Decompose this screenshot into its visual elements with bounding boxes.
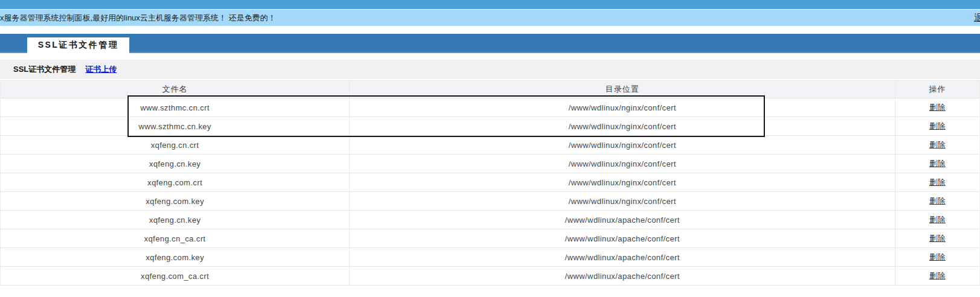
cell-filename: xqfeng.com.crt <box>1 173 350 191</box>
tab-label: SSL证书文件管理 <box>38 40 119 51</box>
cert-upload-link[interactable]: 证书上传 <box>85 64 117 75</box>
top-title-bar <box>0 0 980 9</box>
cell-directory: /www/wdlinux/nginx/conf/cert <box>350 173 895 191</box>
table-row: xqfeng.com.key/www/wdlinux/apache/conf/c… <box>1 248 979 267</box>
cell-action: 删除 <box>895 248 979 266</box>
cell-directory: /www/wdlinux/apache/conf/cert <box>350 211 895 229</box>
table-row: xqfeng.com.crt/www/wdlinux/nginx/conf/ce… <box>1 173 979 192</box>
cell-filename: xqfeng.com_ca.crt <box>1 267 350 285</box>
cell-directory: /www/wdlinux/nginx/conf/cert <box>350 155 895 173</box>
table-row: www.szthmc.cn.crt/www/wdlinux/nginx/conf… <box>1 98 979 117</box>
delete-link[interactable]: 删除 <box>929 158 946 169</box>
section-header-bar: SSL证书文件管理 <box>0 34 980 53</box>
cell-action: 删除 <box>895 136 979 154</box>
cell-directory: /www/wdlinux/nginx/conf/cert <box>350 192 895 210</box>
table-header-row: 文件名 目录位置 操作 <box>1 81 979 98</box>
delete-link[interactable]: 删除 <box>929 121 946 132</box>
cell-filename: xqfeng.com.key <box>1 192 350 210</box>
delete-link[interactable]: 删除 <box>929 177 946 188</box>
delete-link[interactable]: 删除 <box>929 139 946 150</box>
table-row: xqfeng.cn_ca.crt/www/wdlinux/apache/conf… <box>1 229 979 248</box>
cell-directory: /www/wdlinux/nginx/conf/cert <box>350 98 895 117</box>
table-row: xqfeng.cn.key/www/wdlinux/apache/conf/ce… <box>1 211 979 229</box>
cell-filename: xqfeng.cn.crt <box>1 136 350 154</box>
cell-action: 删除 <box>895 211 979 229</box>
page-title: SSL证书文件管理 <box>13 64 76 75</box>
cell-action: 删除 <box>895 192 979 210</box>
cert-file-table: 文件名 目录位置 操作 www.szthmc.cn.crt/www/wdlinu… <box>0 80 980 286</box>
delete-link[interactable]: 删除 <box>929 214 946 225</box>
column-header-filename: 文件名 <box>1 81 350 98</box>
delete-link[interactable]: 删除 <box>929 233 946 244</box>
tab-ssl-cert-management[interactable]: SSL证书文件管理 <box>27 37 129 53</box>
cell-action: 删除 <box>895 117 979 135</box>
cell-directory: /www/wdlinux/nginx/conf/cert <box>350 136 895 154</box>
delete-link[interactable]: 删除 <box>929 196 946 206</box>
table-row: xqfeng.com_ca.crt/www/wdlinux/apache/con… <box>1 267 979 286</box>
delete-link[interactable]: 删除 <box>929 270 946 281</box>
delete-link[interactable]: 删除 <box>929 102 946 113</box>
cell-action: 删除 <box>895 267 979 285</box>
cell-action: 删除 <box>895 229 979 248</box>
cell-filename: xqfeng.cn.key <box>1 155 350 173</box>
cell-directory: /www/wdlinux/apache/conf/cert <box>350 248 895 266</box>
cell-action: 删除 <box>895 155 979 173</box>
corner-link[interactable]: 退 <box>974 13 980 24</box>
cell-filename: xqfeng.cn_ca.crt <box>1 229 350 248</box>
cell-filename: xqfeng.cn.key <box>1 211 350 229</box>
delete-link[interactable]: 删除 <box>929 252 946 263</box>
cell-filename: www.szthmc.cn.key <box>1 117 350 135</box>
screen: x服务器管理系统控制面板,最好用的linux云主机服务器管理系统！ 还是免费的！… <box>0 0 980 297</box>
table-row: xqfeng.cn.crt/www/wdlinux/nginx/conf/cer… <box>1 136 979 155</box>
cell-directory: /www/wdlinux/nginx/conf/cert <box>350 117 895 135</box>
column-header-directory: 目录位置 <box>350 81 895 98</box>
cell-directory: /www/wdlinux/apache/conf/cert <box>350 267 895 285</box>
cell-filename: www.szthmc.cn.crt <box>1 98 350 117</box>
announcement-banner: x服务器管理系统控制面板,最好用的linux云主机服务器管理系统！ 还是免费的！… <box>0 10 980 26</box>
cell-filename: xqfeng.com.key <box>1 248 350 266</box>
cell-action: 删除 <box>895 173 979 191</box>
column-header-action: 操作 <box>895 81 979 98</box>
cell-directory: /www/wdlinux/apache/conf/cert <box>350 229 895 248</box>
table-row: xqfeng.cn.key/www/wdlinux/nginx/conf/cer… <box>1 155 979 173</box>
cell-action: 删除 <box>895 98 979 117</box>
announcement-text: x服务器管理系统控制面板,最好用的linux云主机服务器管理系统！ 还是免费的！ <box>0 13 276 24</box>
table-row: www.szthmc.cn.key/www/wdlinux/nginx/conf… <box>1 117 979 136</box>
toolbar: SSL证书文件管理 证书上传 <box>0 60 980 79</box>
table-row: xqfeng.com.key/www/wdlinux/nginx/conf/ce… <box>1 192 979 211</box>
table-body: www.szthmc.cn.crt/www/wdlinux/nginx/conf… <box>1 98 979 286</box>
